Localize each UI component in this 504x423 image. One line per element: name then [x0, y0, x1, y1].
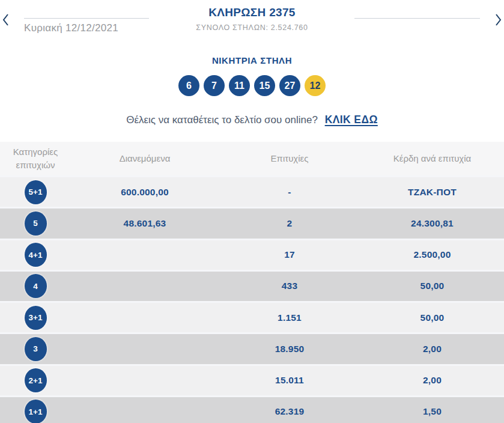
- payout-value: 24.300,81: [360, 218, 504, 229]
- table-row: 1+1 62.319 1,50: [0, 395, 504, 423]
- next-draw-button[interactable]: [493, 12, 503, 28]
- payout-value: 2,00: [360, 375, 504, 386]
- chevron-right-icon: [494, 19, 502, 28]
- payout-value: 1,50: [360, 406, 504, 417]
- table-row: 4 433 50,00: [0, 270, 504, 301]
- results-table: Κατηγορίες επιτυχιών Διανεμόμενα Επιτυχί…: [0, 142, 504, 423]
- payout-value: 2,00: [360, 344, 504, 355]
- number-ball: 7: [204, 75, 225, 96]
- column-header-distributed: Διανεμόμενα: [71, 152, 219, 165]
- table-header-row: Κατηγορίες επιτυχιών Διανεμόμενα Επιτυχί…: [0, 142, 504, 175]
- number-ball: 15: [254, 75, 275, 96]
- category-badge: 2+1: [25, 368, 47, 392]
- payout-value: 50,00: [360, 281, 504, 291]
- bonus-number-ball: 12: [305, 75, 326, 96]
- winners-value: 1.151: [219, 312, 360, 323]
- table-row: 3 18.950 2,00: [0, 332, 504, 364]
- table-row: 2+1 15.011 2,00: [0, 364, 504, 395]
- column-header-winners: Επιτυχίες: [219, 152, 360, 165]
- payout-value: ΤΖΑΚ-ΠΟΤ: [360, 187, 504, 198]
- number-ball: 6: [178, 75, 199, 96]
- total-columns: ΣΥΝΟΛΟ ΣΤΗΛΩΝ: 2.524.760: [0, 23, 504, 32]
- category-badge: 5: [25, 212, 47, 236]
- column-header-payout: Κέρδη ανά επιτυχία: [360, 152, 504, 165]
- category-badge: 3: [25, 337, 47, 361]
- winners-value: 15.011: [219, 375, 360, 386]
- table-row: 5+1 600.000,00 - ΤΖΑΚ-ΠΟΤ: [0, 175, 504, 207]
- winning-column-title: ΝΙΚΗΤΡΙΑ ΣΤΗΛΗ: [0, 55, 504, 65]
- payout-value: 2.500,00: [360, 249, 504, 260]
- winners-value: 17: [219, 249, 360, 260]
- cta-text: Θέλεις να καταθέτεις το δελτίο σου onlin…: [126, 114, 318, 126]
- click-here-link[interactable]: ΚΛΙΚ ΕΔΩ: [325, 114, 378, 126]
- table-body: 5+1 600.000,00 - ΤΖΑΚ-ΠΟΤ 5 48.601,63 2 …: [0, 175, 504, 423]
- category-badge: 4+1: [25, 243, 47, 267]
- category-badge: 3+1: [25, 306, 47, 330]
- header-divider-right: [354, 18, 480, 19]
- draw-header: Κυριακή 12/12/2021 ΚΛΗΡΩΣΗ 2375 ΣΥΝΟΛΟ Σ…: [0, 0, 504, 43]
- category-badge: 1+1: [25, 400, 47, 423]
- distributed-value: 48.601,63: [71, 218, 219, 229]
- winning-numbers: 6 7 11 15 27 12: [0, 75, 504, 96]
- winners-value: 62.319: [219, 406, 360, 417]
- category-badge: 4: [25, 274, 47, 298]
- category-badge: 5+1: [25, 180, 47, 204]
- number-ball: 11: [229, 75, 250, 96]
- distributed-value: 600.000,00: [71, 187, 219, 198]
- payout-value: 50,00: [360, 312, 504, 323]
- winners-value: -: [219, 187, 360, 198]
- winners-value: 433: [219, 281, 360, 291]
- draw-title: ΚΛΗΡΩΣΗ 2375: [0, 6, 504, 19]
- winners-value: 18.950: [219, 344, 360, 355]
- number-ball: 27: [279, 75, 300, 96]
- column-header-categories: Κατηγορίες επιτυχιών: [8, 145, 63, 172]
- winning-column-section: ΝΙΚΗΤΡΙΑ ΣΤΗΛΗ 6 7 11 15 27 12: [0, 55, 504, 96]
- online-cta: Θέλεις να καταθέτεις το δελτίο σου onlin…: [0, 114, 504, 126]
- table-row: 3+1 1.151 50,00: [0, 301, 504, 332]
- table-row: 4+1 17 2.500,00: [0, 239, 504, 270]
- winners-value: 2: [219, 218, 360, 229]
- table-row: 5 48.601,63 2 24.300,81: [0, 207, 504, 238]
